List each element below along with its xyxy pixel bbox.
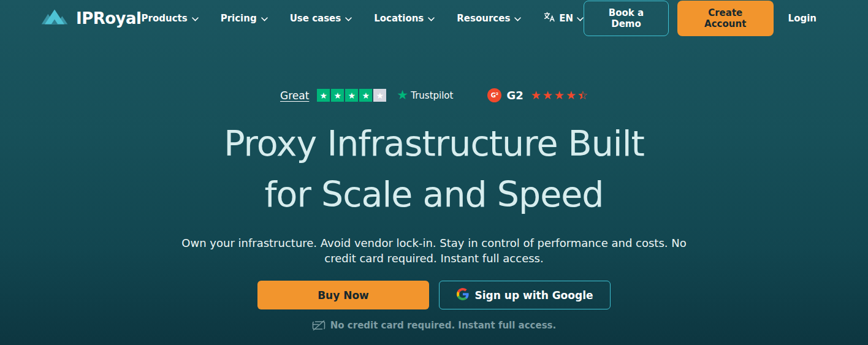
chevron-down-icon [261, 17, 268, 21]
chevron-down-icon [428, 17, 435, 21]
create-account-button[interactable]: Create Account [677, 1, 774, 36]
brand-name: IPRoyal [76, 9, 142, 28]
page-title-line2: for Scale and Speed [264, 174, 603, 214]
trustpilot-logo: ★ Trustpilot [397, 89, 453, 102]
chevron-down-icon [514, 17, 521, 21]
chevron-down-icon [345, 17, 352, 21]
chevron-down-icon [192, 17, 199, 21]
no-credit-card-note: No credit card required. Instant full ac… [0, 320, 868, 331]
translate-icon [543, 11, 555, 26]
nav-item-products[interactable]: Products [142, 13, 199, 24]
star-icon: ★ [554, 89, 565, 101]
trustpilot-brand-name: Trustpilot [411, 90, 453, 101]
ratings-row: Great ★ ★ ★ ★ ★ ★ Trustpilot G² G2 ★★★★☆… [0, 88, 868, 102]
trustpilot-star-icon: ★ [397, 89, 408, 102]
note-text: No credit card required. Instant full ac… [330, 320, 556, 331]
buy-now-button[interactable]: Buy Now [257, 281, 429, 309]
g2-brand-name: G2 [506, 89, 523, 102]
chevron-down-icon [577, 17, 584, 21]
g2-badge-icon: G² [487, 88, 501, 102]
nav-item-use-cases[interactable]: Use cases [290, 13, 352, 24]
nav-item-resources[interactable]: Resources [457, 13, 521, 24]
nav-item-pricing[interactable]: Pricing [221, 13, 268, 24]
nav-item-locations[interactable]: Locations [374, 13, 435, 24]
star-icon: ★ [331, 89, 344, 102]
nav-item-label: Resources [457, 13, 510, 24]
cta-row: Buy Now Sign up with Google [0, 281, 868, 309]
nav-item-label: Pricing [221, 13, 257, 24]
login-link[interactable]: Login [788, 13, 817, 24]
star-icon: ★ [359, 89, 372, 102]
hero-subtitle: Own your infrastructure. Avoid vendor lo… [173, 236, 695, 266]
header: IPRoyal Products Pricing Use cases Locat… [0, 0, 868, 37]
brand-logo[interactable]: IPRoyal [40, 7, 142, 29]
nav-item-label: Use cases [290, 13, 341, 24]
star-icon: ★ [317, 89, 330, 102]
nav-item-label: Products [142, 13, 188, 24]
trustpilot-rating[interactable]: Great ★ ★ ★ ★ ★ ★ Trustpilot [280, 89, 453, 102]
star-icon: ★ [531, 89, 541, 101]
book-demo-button[interactable]: Book a Demo [584, 1, 669, 36]
page-title: Proxy Infrastructure Built for Scale and… [0, 118, 868, 220]
credit-card-slash-icon [312, 320, 326, 331]
star-icon: ★ [542, 89, 553, 101]
google-signup-label: Sign up with Google [475, 289, 593, 301]
page-title-line1: Proxy Infrastructure Built [224, 123, 644, 164]
g2-stars: ★★★★☆★ [531, 89, 588, 101]
hero-section: Great ★ ★ ★ ★ ★ ★ Trustpilot G² G2 ★★★★☆… [0, 88, 868, 331]
trustpilot-grade-link[interactable]: Great [280, 89, 309, 102]
language-selector[interactable]: EN [543, 11, 584, 26]
star-icon: ★ [345, 89, 358, 102]
language-label: EN [559, 13, 573, 24]
g2-rating[interactable]: G² G2 ★★★★☆★ [487, 88, 588, 102]
star-icon: ★ [373, 89, 386, 102]
nav-item-label: Locations [374, 13, 424, 24]
header-actions: Book a Demo Create Account Login [584, 1, 817, 36]
half-star-icon: ☆★ [577, 89, 588, 101]
google-g-icon [457, 288, 469, 303]
google-signup-button[interactable]: Sign up with Google [439, 281, 611, 309]
star-icon: ★ [566, 89, 576, 101]
crown-icon [40, 7, 69, 29]
trustpilot-stars: ★ ★ ★ ★ ★ [317, 89, 386, 102]
main-nav: Products Pricing Use cases Locations Res… [142, 11, 584, 26]
